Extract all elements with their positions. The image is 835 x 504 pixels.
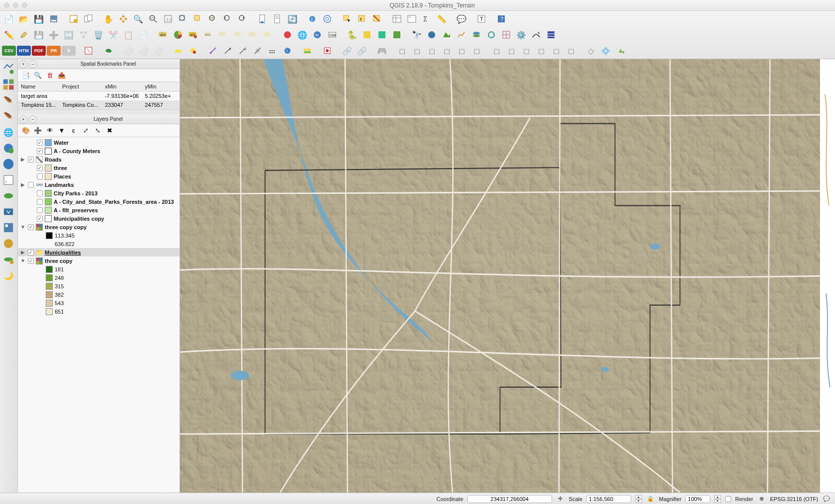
minimize-window-icon[interactable] xyxy=(13,2,18,8)
plugin-r3-16[interactable]: 🔗 xyxy=(340,44,354,57)
save-layer-edits-button[interactable]: 💾 xyxy=(32,28,46,41)
plugin-r3-26[interactable]: ◻ xyxy=(504,44,518,57)
move-label-button[interactable] xyxy=(231,28,245,41)
layer-row[interactable]: ▼three copy xyxy=(18,256,180,265)
layer-row[interactable]: ▶543 xyxy=(18,299,180,307)
layers-expression-icon[interactable]: ε xyxy=(69,126,79,136)
add-wcs-layer-button[interactable] xyxy=(2,142,15,155)
plugin-yellow-button[interactable] xyxy=(360,28,374,41)
grid-icon[interactable] xyxy=(499,28,513,41)
label-highlight-button[interactable]: abc xyxy=(186,28,200,41)
add-wfs-layer-button[interactable] xyxy=(2,158,15,170)
area-icon[interactable] xyxy=(440,28,454,41)
select-features-button[interactable] xyxy=(340,12,354,25)
layers-add-group-icon[interactable]: ➕ xyxy=(33,126,43,136)
plugin-r3-24[interactable]: ◻ xyxy=(469,44,483,57)
new-shapefile-button[interactable] xyxy=(2,237,15,250)
field-calculator-button[interactable] xyxy=(405,12,419,25)
plugin-r3-5[interactable]: ⚪ xyxy=(151,44,165,57)
expand-icon[interactable]: ▶ xyxy=(20,182,26,187)
layer-row[interactable]: ▶Municipalities copy xyxy=(18,214,180,223)
layer-visibility-checkbox[interactable] xyxy=(28,182,34,188)
layer-row[interactable]: ▶181 xyxy=(18,265,180,273)
plugin-r3-13[interactable]: i xyxy=(280,44,294,57)
measure-button[interactable]: 📏 xyxy=(435,12,449,25)
osm-button[interactable] xyxy=(280,28,294,41)
zoom-window-icon[interactable] xyxy=(22,2,27,8)
export-pdf-button[interactable]: PDF xyxy=(32,46,46,56)
plugin-r3-8[interactable] xyxy=(206,44,220,57)
plugin-r3-32[interactable]: 💠 xyxy=(599,44,613,57)
layer-visibility-checkbox[interactable] xyxy=(37,216,43,222)
layer-row[interactable]: ▶👓Landmarks xyxy=(18,180,180,189)
bookmark-delete-icon[interactable]: 🗑 xyxy=(45,71,55,81)
map-canvas[interactable] xyxy=(180,59,835,493)
layers-tree[interactable]: ▶Water▶A - County Meters▶Roads▶three▶Pla… xyxy=(18,137,180,493)
new-print-composer-button[interactable] xyxy=(67,12,81,25)
deselect-all-button[interactable] xyxy=(370,12,384,25)
diagram-button[interactable] xyxy=(171,28,185,41)
layer-row[interactable]: ▶three xyxy=(18,164,180,172)
plugin-r3-14[interactable] xyxy=(300,44,314,57)
plugin-r3-7[interactable] xyxy=(186,44,200,57)
render-checkbox[interactable] xyxy=(725,496,731,502)
select-by-expression-button[interactable]: ε xyxy=(355,12,369,25)
layer-row[interactable]: ▶A - fllt_preserves xyxy=(18,206,180,214)
rotate-label-button[interactable] xyxy=(246,28,260,41)
zoom-next-button[interactable] xyxy=(236,12,250,25)
bookmarks-col-ymin[interactable]: yMin xyxy=(142,82,180,91)
layer-row[interactable]: ▶Roads xyxy=(18,155,180,164)
refresh-button[interactable]: 🔄 xyxy=(285,12,299,25)
crs-icon[interactable]: ⊕ xyxy=(757,495,766,504)
add-raster-layer-button[interactable] xyxy=(2,78,15,91)
zoom-last-button[interactable] xyxy=(221,12,235,25)
show-labels-button[interactable] xyxy=(216,28,230,41)
layer-row[interactable]: ▶A - County Meters xyxy=(18,147,180,155)
plugin-r3-28[interactable]: ◻ xyxy=(534,44,548,57)
coord-input[interactable] xyxy=(467,495,552,503)
plugin-r3-30[interactable]: ◻ xyxy=(564,44,578,57)
layers-manage-visibility-icon[interactable]: 👁 xyxy=(45,126,55,136)
plugin-r3-21[interactable]: ◻ xyxy=(425,44,439,57)
plugin-r3-18[interactable]: 🎮 xyxy=(375,44,389,57)
pan-to-selection-button[interactable] xyxy=(116,12,130,25)
bookmark-row[interactable]: target area-7.93136e+065.20253e+ xyxy=(18,91,180,101)
plugin-r3-6[interactable] xyxy=(171,44,185,57)
zoom-to-selection-button[interactable] xyxy=(191,12,205,25)
pin-labels-button[interactable]: abc xyxy=(201,28,215,41)
add-csw-button[interactable]: CSW xyxy=(325,28,339,41)
plugin-r3-29[interactable]: ◻ xyxy=(549,44,563,57)
layer-row[interactable]: ▶636.822 xyxy=(18,240,180,248)
layer-row[interactable]: ▶City Parks - 2013 xyxy=(18,189,180,197)
new-project-button[interactable]: 📄 xyxy=(2,12,16,25)
map-tips-button[interactable]: 💬 xyxy=(455,12,468,25)
plugin-r3-27[interactable]: ◻ xyxy=(519,44,533,57)
layer-visibility-checkbox[interactable] xyxy=(37,148,43,154)
zoom-in-button[interactable]: 🔍 xyxy=(131,12,145,25)
expand-icon[interactable]: ▼ xyxy=(20,258,26,263)
plugin-r3-25[interactable]: ◻ xyxy=(489,44,503,57)
magnifier-input[interactable] xyxy=(685,495,710,503)
plugin-green-button[interactable] xyxy=(390,28,404,41)
layer-row[interactable]: ▶651 xyxy=(18,307,180,316)
lock-icon[interactable]: 🔒 xyxy=(646,495,655,504)
zoom-out-button[interactable] xyxy=(146,12,160,25)
add-wms-button[interactable]: 🌐 xyxy=(295,28,309,41)
show-bookmarks-button[interactable] xyxy=(271,12,284,25)
change-label-button[interactable] xyxy=(261,28,275,41)
scale-spinner[interactable]: ▴▾ xyxy=(635,495,642,503)
layer-visibility-checkbox[interactable] xyxy=(37,173,43,179)
plugin-r3-2[interactable] xyxy=(101,44,115,57)
export-pr-button[interactable]: PR xyxy=(47,46,61,56)
gear-icon[interactable]: ⚙️ xyxy=(514,28,528,41)
plugin-r3-23[interactable]: ◻ xyxy=(455,44,468,57)
plugin-r3-9[interactable]: + xyxy=(221,44,235,57)
globe-icon[interactable] xyxy=(425,28,439,41)
layer-visibility-checkbox[interactable] xyxy=(37,199,43,205)
current-edits-button[interactable]: ✏️ xyxy=(2,28,16,41)
layer-visibility-checkbox[interactable] xyxy=(28,258,34,264)
close-window-icon[interactable] xyxy=(4,2,9,8)
save-as-button[interactable] xyxy=(47,12,61,25)
bookmark-share-icon[interactable]: 📤 xyxy=(57,71,67,81)
identify-results-button[interactable] xyxy=(320,12,334,25)
